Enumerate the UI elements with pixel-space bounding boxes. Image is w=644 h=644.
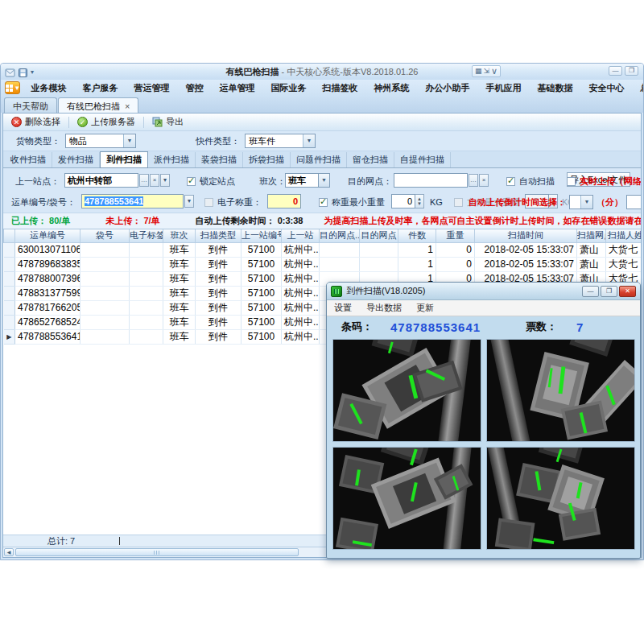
- menu-item-2[interactable]: 营运管理: [126, 80, 178, 96]
- scrollbar-thumb[interactable]: [15, 548, 299, 556]
- mail-icon[interactable]: [5, 67, 15, 77]
- chevron-down-icon[interactable]: ▾: [184, 195, 194, 208]
- stepper-arrows-icon[interactable]: ▲▼: [415, 194, 424, 208]
- dest-site-field[interactable]: … ×: [394, 173, 489, 188]
- menu-item-4[interactable]: 运单管理: [212, 80, 263, 96]
- realtime-upload-checkbox[interactable]: [567, 177, 576, 186]
- scan-tab-2[interactable]: 到件扫描: [100, 151, 148, 168]
- column-header-11[interactable]: 扫描时间: [475, 229, 577, 242]
- column-header-0[interactable]: 运单编号: [15, 229, 80, 242]
- scan-tab-4[interactable]: 装袋扫描: [196, 152, 243, 167]
- clear-button[interactable]: ×: [479, 174, 489, 187]
- scan-tab-3[interactable]: 派件扫描: [148, 152, 196, 167]
- scan-tab-7[interactable]: 留仓扫描: [347, 152, 394, 167]
- realtime-upload-toggle[interactable]: 实时上传（网络消耗大: [567, 174, 641, 188]
- row-selector[interactable]: [4, 315, 15, 329]
- menu-item-0[interactable]: 业务模块: [23, 80, 75, 96]
- column-header-1[interactable]: 袋号: [80, 229, 130, 242]
- delete-selection-button[interactable]: ✕ 删除选择: [6, 115, 65, 130]
- column-header-2[interactable]: 电子标签: [130, 229, 163, 242]
- ribbon-display-options-button[interactable]: ▦ ⇲ ∨: [472, 65, 501, 77]
- column-header-7[interactable]: 目的网点...: [320, 229, 360, 242]
- menu-item-1[interactable]: 客户服务: [75, 80, 126, 96]
- menu-item-3[interactable]: 管控: [178, 80, 212, 96]
- close-tab-icon[interactable]: ×: [125, 101, 130, 111]
- express-type-select[interactable]: 班车件 ▼: [245, 134, 316, 148]
- popup-restore-button[interactable]: ❐: [601, 286, 617, 297]
- clear-button[interactable]: ×: [150, 174, 159, 187]
- shift-select[interactable]: 班车 ▼: [285, 173, 330, 188]
- menu-item-5[interactable]: 国际业务: [263, 80, 315, 96]
- menu-item-10[interactable]: 基础数据: [530, 80, 581, 96]
- min-weight-stepper[interactable]: 0 ▲▼: [391, 194, 424, 208]
- column-header-6[interactable]: 上一站: [282, 229, 320, 242]
- popup-menu-settings[interactable]: 设置: [327, 302, 359, 314]
- countdown-select[interactable]: ▼: [569, 195, 593, 209]
- column-header-12[interactable]: 扫描网点: [577, 229, 606, 242]
- row-selector[interactable]: ▶: [4, 329, 15, 344]
- cargo-type-select[interactable]: 物品 ▼: [65, 134, 136, 148]
- tab-wired-gun-scan[interactable]: 有线巴枪扫描×: [58, 97, 138, 113]
- cell: [80, 242, 130, 257]
- row-selector[interactable]: [4, 300, 15, 315]
- chevron-down-icon[interactable]: ▾: [160, 174, 170, 187]
- restore-button[interactable]: ❐: [625, 66, 638, 76]
- table-row[interactable]: 630013071106班车到件57100杭州中...102018-02-05 …: [4, 242, 642, 257]
- prev-station-field[interactable]: 杭州中转部 … × ▾: [64, 173, 170, 188]
- popup-menu-update[interactable]: 更新: [409, 302, 441, 314]
- row-selector[interactable]: [4, 257, 15, 271]
- waybill-field[interactable]: 478788553641 ▾: [81, 194, 194, 208]
- ellipsis-button[interactable]: …: [469, 174, 478, 187]
- scan-tab-8[interactable]: 自提件扫描: [394, 152, 451, 167]
- row-selector[interactable]: [4, 286, 15, 300]
- popup-close-button[interactable]: ✕: [619, 286, 636, 297]
- auto-scan-toggle[interactable]: 自动扫描: [506, 174, 555, 188]
- menu-item-9[interactable]: 手机应用: [478, 80, 530, 96]
- quick-access-caret-icon[interactable]: ▾: [31, 68, 34, 76]
- column-header-13[interactable]: 扫描人姓名: [606, 229, 642, 242]
- min-weight-toggle[interactable]: 称重最小重量: [319, 195, 385, 209]
- menu-item-12[interactable]: 总部后台管理: [633, 80, 644, 96]
- min-weight-checkbox[interactable]: [319, 198, 328, 207]
- green-check-icon: ✓: [77, 117, 88, 127]
- auto-scan-checkbox[interactable]: [506, 177, 515, 186]
- row-selector[interactable]: [4, 271, 15, 286]
- extra-field[interactable]: [626, 195, 641, 209]
- escale-toggle[interactable]: 电子称重：: [204, 195, 262, 209]
- lock-station-toggle[interactable]: 锁定站点: [187, 174, 235, 188]
- popup-minimize-button[interactable]: —: [582, 286, 599, 297]
- menu-item-7[interactable]: 神州系统: [366, 80, 418, 96]
- menu-item-6[interactable]: 扫描签收: [315, 80, 366, 96]
- table-row[interactable]: 478789683835班车到件57100杭州中...102018-02-05 …: [4, 257, 642, 271]
- upload-server-button[interactable]: ✓ 上传服务器: [72, 115, 140, 130]
- escale-label: 电子称重：: [217, 196, 262, 208]
- shift-label: 班次：: [259, 174, 286, 188]
- column-header-5[interactable]: 上一站编号: [242, 229, 282, 242]
- menu-item-11[interactable]: 安全中心: [581, 80, 633, 96]
- column-header-3[interactable]: 班次: [163, 229, 196, 242]
- scan-tab-5[interactable]: 拆袋扫描: [243, 152, 291, 167]
- save-icon[interactable]: [18, 67, 28, 77]
- row-selector[interactable]: [4, 242, 15, 257]
- ellipsis-button[interactable]: …: [139, 174, 149, 187]
- scan-tab-1[interactable]: 发件扫描: [52, 152, 100, 167]
- cell: 57100: [242, 329, 282, 344]
- max-file-weight-checkbox[interactable]: [454, 198, 463, 207]
- minimize-button[interactable]: —: [609, 66, 622, 76]
- scan-tab-0[interactable]: 收件扫描: [5, 152, 52, 167]
- popup-menu-export-data[interactable]: 导出数据: [359, 302, 409, 314]
- cell: 班车: [163, 286, 196, 300]
- export-button[interactable]: 导出: [147, 115, 188, 130]
- cell: [130, 257, 163, 271]
- escale-checkbox[interactable]: [204, 198, 213, 207]
- application-menu-button[interactable]: ▾: [5, 81, 20, 94]
- column-header-4[interactable]: 扫描类型: [196, 229, 242, 242]
- lock-station-checkbox[interactable]: [187, 177, 196, 186]
- tab-zhongtian-help[interactable]: 中天帮助: [4, 97, 57, 113]
- column-header-10[interactable]: 重量: [436, 229, 475, 242]
- menu-item-8[interactable]: 办公小助手: [418, 80, 478, 96]
- scroll-left-arrow-icon[interactable]: ◀: [4, 548, 14, 556]
- column-header-8[interactable]: 目的网点: [360, 229, 398, 242]
- scan-tab-6[interactable]: 问题件扫描: [291, 152, 347, 167]
- column-header-9[interactable]: 件数: [398, 229, 436, 242]
